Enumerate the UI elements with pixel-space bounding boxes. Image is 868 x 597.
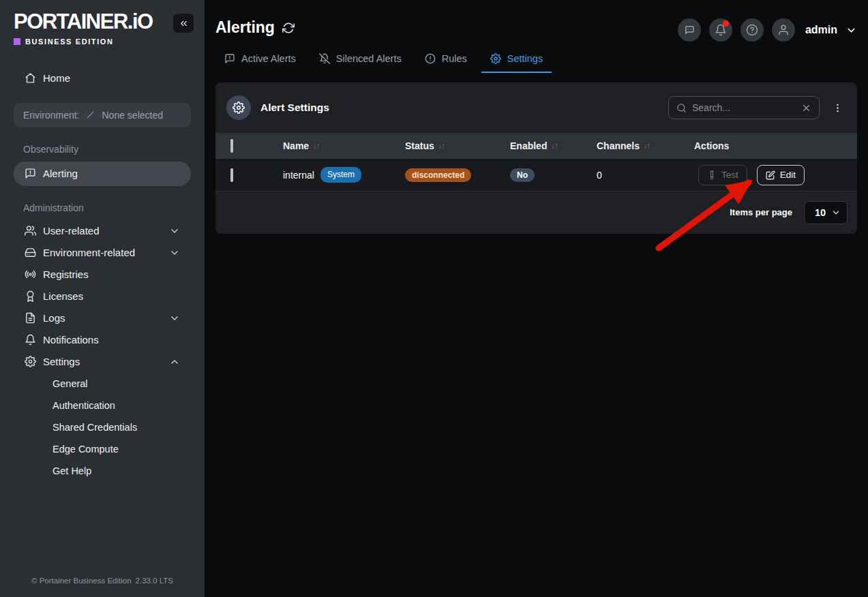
panel-gear-badge bbox=[226, 95, 251, 120]
status-badge: disconnected bbox=[405, 168, 471, 182]
sort-icon: ↓↑ bbox=[313, 142, 320, 150]
column-header-channels[interactable]: Channels↓↑ bbox=[597, 140, 694, 151]
sidebar-item-logs[interactable]: Logs bbox=[14, 307, 191, 329]
sidebar-item-licenses[interactable]: Licenses bbox=[14, 286, 191, 307]
search-input[interactable] bbox=[692, 102, 796, 113]
chevron-down-icon bbox=[169, 226, 180, 236]
page-title: Alerting bbox=[215, 18, 275, 37]
section-observability: Observability bbox=[23, 144, 191, 155]
file-text-icon bbox=[25, 312, 36, 324]
sidebar-item-home[interactable]: Home bbox=[14, 66, 191, 91]
alert-circle-icon bbox=[425, 53, 436, 64]
sidebar-subitem-get-help[interactable]: Get Help bbox=[0, 460, 205, 482]
sidebar-item-label: Notifications bbox=[43, 334, 99, 346]
table-header-row: Name↓↑ Status↓↑ Enabled↓↑ Channels↓↑ Act… bbox=[215, 133, 857, 159]
users-icon bbox=[25, 225, 36, 236]
sort-icon: ↓↑ bbox=[438, 142, 445, 150]
sidebar-item-notifications[interactable]: Notifications bbox=[14, 329, 191, 351]
table-footer: Items per page 10 bbox=[215, 192, 857, 233]
chat-bot-icon bbox=[683, 24, 695, 36]
sidebar-item-settings[interactable]: Settings bbox=[14, 351, 191, 373]
message-square-icon bbox=[224, 53, 235, 64]
sidebar-subitem-general[interactable]: General bbox=[0, 373, 205, 395]
tab-settings[interactable]: Settings bbox=[481, 53, 552, 73]
test-button[interactable]: Test bbox=[698, 165, 747, 185]
gear-icon bbox=[490, 53, 501, 64]
admin-nav-list: User-related Environment-related Registr… bbox=[0, 220, 205, 482]
chevron-down-icon bbox=[169, 313, 180, 324]
slash-icon bbox=[85, 110, 95, 120]
user-menu-chevron-icon[interactable] bbox=[845, 25, 857, 36]
column-header-actions: Actions bbox=[694, 140, 857, 151]
chevron-up-icon bbox=[169, 356, 180, 367]
clear-search-icon[interactable] bbox=[801, 103, 811, 113]
app-root: PORTAINER.iO BUSINESS EDITION Home Envir… bbox=[0, 0, 868, 597]
chevron-down-icon bbox=[169, 247, 180, 258]
question-circle-icon bbox=[746, 24, 758, 36]
sidebar-collapse-button[interactable] bbox=[173, 14, 194, 33]
username-label[interactable]: admin bbox=[805, 24, 837, 36]
tab-active-alerts[interactable]: Active Alerts bbox=[215, 53, 305, 73]
brand-purple-square-icon bbox=[14, 38, 20, 45]
environment-selector[interactable]: Environment: None selected bbox=[14, 103, 191, 127]
search-icon bbox=[676, 103, 687, 113]
section-administration: Administration bbox=[23, 202, 191, 213]
column-header-enabled[interactable]: Enabled↓↑ bbox=[510, 140, 597, 151]
sidebar-subitem-edge-compute[interactable]: Edge Compute bbox=[0, 438, 205, 460]
double-chevron-left-icon bbox=[179, 18, 189, 29]
table-row: internal System disconnected No 0 Test E… bbox=[215, 159, 857, 192]
items-per-page-select[interactable]: 10 bbox=[804, 201, 848, 224]
help-button[interactable] bbox=[740, 18, 764, 42]
user-icon bbox=[777, 24, 790, 36]
edit-button[interactable]: Edit bbox=[757, 165, 805, 185]
sort-icon: ↓↑ bbox=[551, 142, 558, 150]
panel-header: Alert Settings bbox=[215, 82, 857, 133]
sidebar-item-registries[interactable]: Registries bbox=[14, 264, 191, 286]
user-avatar[interactable] bbox=[772, 18, 795, 42]
enabled-badge: No bbox=[510, 168, 535, 182]
items-per-page-label: Items per page bbox=[730, 207, 792, 217]
tab-silenced-alerts[interactable]: Silenced Alerts bbox=[310, 53, 410, 73]
hard-drive-icon bbox=[25, 247, 36, 258]
version-number: 2.33.0 LTS bbox=[136, 577, 173, 585]
bell-icon bbox=[25, 334, 36, 346]
portainer-logo[interactable]: PORTAINER.iO BUSINESS EDITION bbox=[14, 11, 153, 46]
column-header-status[interactable]: Status↓↑ bbox=[405, 140, 510, 151]
award-icon bbox=[25, 290, 36, 302]
home-icon bbox=[25, 72, 36, 84]
column-header-name[interactable]: Name↓↑ bbox=[283, 140, 405, 151]
notifications-button[interactable] bbox=[709, 18, 732, 42]
select-all-checkbox[interactable] bbox=[230, 139, 233, 153]
chat-bot-button[interactable] bbox=[678, 18, 701, 42]
sidebar-item-alerting[interactable]: Alerting bbox=[14, 162, 191, 186]
tab-rules[interactable]: Rules bbox=[416, 53, 476, 73]
search-box bbox=[668, 96, 820, 119]
panel-title: Alert Settings bbox=[260, 102, 329, 114]
kebab-menu-icon[interactable] bbox=[828, 102, 846, 114]
sidebar-subitem-shared-credentials[interactable]: Shared Credentials bbox=[0, 416, 205, 438]
version-footer: © Portainer Business Edition 2.33.0 LTS bbox=[0, 577, 205, 585]
sidebar-item-label: Environment-related bbox=[43, 247, 135, 258]
page-header: Alerting admin bbox=[205, 0, 868, 37]
main-content: Alerting admin bbox=[205, 0, 868, 597]
system-badge: System bbox=[320, 167, 361, 182]
sidebar-item-user-related[interactable]: User-related bbox=[14, 220, 191, 242]
sidebar-subitem-authentication[interactable]: Authentication bbox=[0, 395, 205, 416]
bell-off-icon bbox=[319, 53, 330, 64]
alert-message-icon bbox=[25, 168, 36, 179]
sidebar-item-label: Alerting bbox=[43, 168, 78, 179]
refresh-icon[interactable] bbox=[282, 22, 295, 34]
sidebar-item-label: Home bbox=[43, 72, 70, 84]
sidebar-item-label: Registries bbox=[43, 269, 89, 280]
radio-broadcast-icon bbox=[25, 269, 36, 280]
notification-dot bbox=[723, 20, 729, 27]
logo-text: PORTAINER.iO bbox=[14, 11, 153, 33]
sort-icon: ↓↑ bbox=[644, 142, 650, 150]
alert-settings-panel: Alert Settings Name↓↑ Status↓↑ Enabled↓↑… bbox=[215, 82, 857, 234]
sidebar-item-environment-related[interactable]: Environment-related bbox=[14, 242, 191, 264]
row-checkbox[interactable] bbox=[230, 168, 233, 182]
environment-value: None selected bbox=[102, 110, 163, 121]
channels-count: 0 bbox=[597, 170, 602, 181]
gear-icon bbox=[233, 102, 245, 114]
edit-pencil-icon bbox=[766, 170, 775, 180]
